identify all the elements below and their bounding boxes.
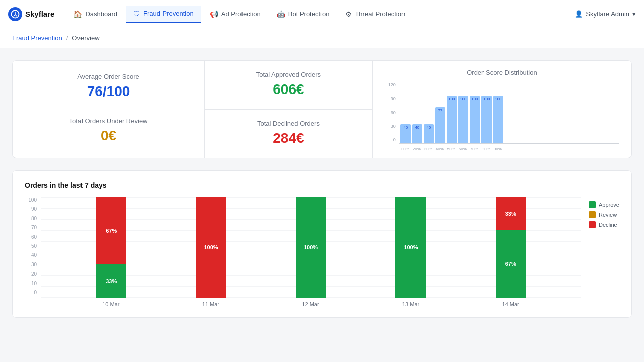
dist-bar-value: 77 xyxy=(435,108,445,113)
legend-decline-label: Decline xyxy=(599,222,617,228)
chart-legend: Approve Review Decline xyxy=(589,197,619,307)
dist-x-label: 20% xyxy=(412,147,422,151)
top-navigation: Skyflare 🏠 Dashboard 🛡 Fraud Prevention … xyxy=(0,0,644,28)
dist-bar: 40 xyxy=(400,124,411,143)
orders-bars-container: 67%33%100%100%100%33%67% 10 Mar11 Mar12 … xyxy=(41,197,581,307)
y-40: 40 xyxy=(31,252,37,258)
dashboard-icon: 🏠 xyxy=(73,10,82,18)
breadcrumb-separator: / xyxy=(66,34,68,42)
logo[interactable]: Skyflare xyxy=(8,7,54,21)
bar-group: 100% xyxy=(196,197,226,298)
dist-y-axis: 120 90 60 30 0 xyxy=(385,82,399,151)
chevron-down-icon: ▾ xyxy=(632,10,636,18)
orders-chart-title: Orders in the last 7 days xyxy=(25,181,619,189)
x-label: 12 Mar xyxy=(295,301,326,307)
threat-icon: ⚙ xyxy=(345,10,352,18)
dist-y-0: 0 xyxy=(393,137,396,142)
approved-declined-card: Total Approved Orders 606€ Total Decline… xyxy=(205,61,373,158)
total-approved-label: Total Approved Orders xyxy=(256,71,321,78)
y-50: 50 xyxy=(31,243,37,249)
legend-review-color xyxy=(589,211,596,218)
dist-x-label: 90% xyxy=(493,147,503,151)
total-approved-card: Total Approved Orders 606€ xyxy=(205,61,372,110)
nav-bot-protection[interactable]: 🤖 Bot Protection xyxy=(270,6,337,22)
bar-stack: 67%33% xyxy=(96,197,126,298)
nav-bot-label: Bot Protection xyxy=(288,10,330,18)
dist-x-label: 40% xyxy=(435,147,445,151)
dist-x-label: 80% xyxy=(481,147,491,151)
legend-decline-color xyxy=(589,221,596,228)
breadcrumb-parent[interactable]: Fraud Prevention xyxy=(12,34,62,42)
dist-bar-value: 40 xyxy=(424,125,434,130)
y-60: 60 xyxy=(31,234,37,240)
nav-items: 🏠 Dashboard 🛡 Fraud Prevention 📢 Ad Prot… xyxy=(66,6,575,23)
legend-decline: Decline xyxy=(589,221,619,228)
dist-bar: 77 xyxy=(435,107,445,143)
dist-x-labels: 10%20%30%40%50%60%70%80%90% xyxy=(399,145,619,151)
orders-bars-row: 67%33%100%100%100%33%67% xyxy=(41,197,581,298)
bar-group: 100% xyxy=(296,197,326,298)
total-declined-value: 284€ xyxy=(273,130,304,146)
dist-bar: 100 xyxy=(447,96,457,143)
y-10: 10 xyxy=(31,281,37,286)
orders-chart-body: 100 90 80 70 60 50 40 30 20 10 0 xyxy=(25,197,619,307)
legend-review: Review xyxy=(589,211,619,218)
dist-x-label: 70% xyxy=(469,147,479,151)
bar-stack: 100% xyxy=(296,197,326,298)
y-70: 70 xyxy=(31,225,37,230)
total-review-label: Total Orders Under Review xyxy=(69,117,147,125)
nav-ad-label: Ad Protection xyxy=(221,10,261,18)
total-review-value: 0€ xyxy=(101,128,116,144)
main-content: Average Order Score 76/100 Total Orders … xyxy=(0,48,644,330)
bar-stack: 100% xyxy=(196,197,226,298)
nav-fraud-prevention[interactable]: 🛡 Fraud Prevention xyxy=(126,6,201,23)
orders-y-axis: 100 90 80 70 60 50 40 30 20 10 0 xyxy=(25,197,41,307)
total-declined-label: Total Declined Orders xyxy=(257,120,320,127)
bar-red-segment: 33% xyxy=(496,197,526,230)
dist-bar-value: 100 xyxy=(447,97,457,101)
dist-x-label: 30% xyxy=(423,147,433,151)
dist-bar: 100 xyxy=(493,96,503,143)
breadcrumb-current: Overview xyxy=(72,34,99,42)
bar-green-segment: 33% xyxy=(96,264,126,298)
dist-bar: 40 xyxy=(412,124,422,143)
nav-ad-protection[interactable]: 📢 Ad Protection xyxy=(203,6,268,22)
bar-stack: 33%67% xyxy=(496,197,526,298)
total-approved-value: 606€ xyxy=(273,81,304,98)
ad-icon: 📢 xyxy=(210,10,218,18)
dist-x-label: 10% xyxy=(400,147,410,151)
dist-chart: 40404077100100100100100 10%20%30%40%50%6… xyxy=(399,82,619,151)
dist-x-label: 50% xyxy=(446,147,456,151)
dist-bar: 100 xyxy=(481,96,492,143)
bar-red-segment: 100% xyxy=(196,197,226,298)
legend-approve-color xyxy=(589,201,596,208)
fraud-icon: 🛡 xyxy=(133,10,140,18)
breadcrumb: Fraud Prevention / Overview xyxy=(0,28,644,48)
legend-approve: Approve xyxy=(589,201,619,208)
dist-y-30: 30 xyxy=(391,124,396,129)
legend-approve-label: Approve xyxy=(599,202,619,208)
dist-bar: 40 xyxy=(424,124,434,143)
y-0: 0 xyxy=(34,290,37,295)
bar-red-segment: 67% xyxy=(96,197,126,264)
total-declined-card: Total Declined Orders 284€ xyxy=(205,110,372,158)
orders-x-labels: 10 Mar11 Mar12 Mar13 Mar14 Mar xyxy=(41,298,581,307)
user-menu[interactable]: 👤 Skyflare Admin ▾ xyxy=(575,10,636,18)
dist-y-120: 120 xyxy=(388,82,396,87)
nav-dashboard[interactable]: 🏠 Dashboard xyxy=(66,6,124,22)
nav-dashboard-label: Dashboard xyxy=(85,10,117,18)
nav-threat-label: Threat Protection xyxy=(355,10,405,18)
dist-bar: 100 xyxy=(470,96,480,143)
stats-grid: Average Order Score 76/100 Total Orders … xyxy=(12,60,632,158)
nav-threat-protection[interactable]: ⚙ Threat Protection xyxy=(338,6,412,22)
bot-icon: 🤖 xyxy=(277,10,285,18)
bar-green-segment: 100% xyxy=(296,197,326,298)
dist-y-60: 60 xyxy=(391,110,396,115)
bar-green-segment: 67% xyxy=(496,230,526,298)
distribution-card: Order Score Distribution 120 90 60 30 0 xyxy=(373,61,631,158)
dist-bar-value: 100 xyxy=(458,97,468,101)
dist-bar-value: 40 xyxy=(400,125,411,130)
x-label: 13 Mar xyxy=(395,301,426,307)
dist-y-90: 90 xyxy=(391,96,396,101)
avg-order-score-label: Average Order Score xyxy=(77,73,139,80)
